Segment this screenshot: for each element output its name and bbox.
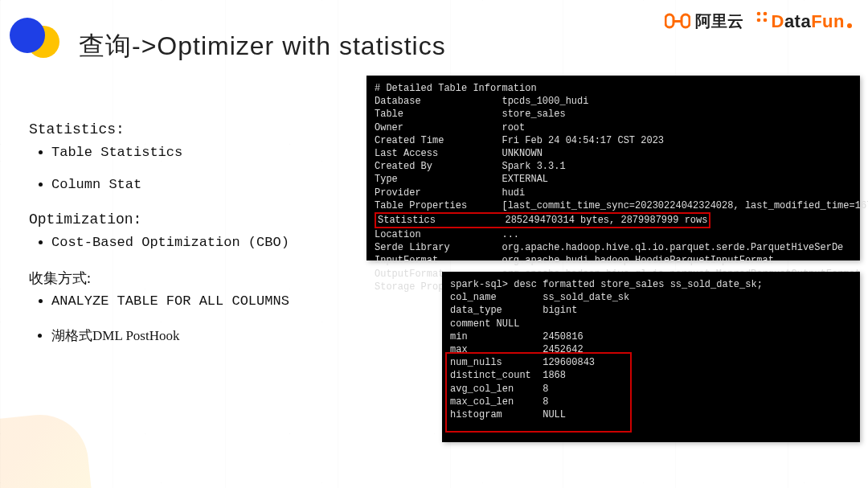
terminal-line: Provider hudi bbox=[375, 187, 852, 199]
svg-point-3 bbox=[757, 12, 761, 16]
datafun-ata: ata bbox=[784, 11, 811, 32]
terminal-line: data_type bigint bbox=[450, 304, 852, 317]
aliyun-logo: 阿里云 bbox=[665, 10, 743, 32]
opt-heading: Optimization: bbox=[29, 209, 350, 231]
datafun-d: D bbox=[771, 11, 784, 32]
terminal-line: Database tpcds_1000_hudi bbox=[375, 95, 852, 108]
terminal-line: distinct_count 1868 bbox=[450, 369, 852, 382]
terminal-line: Type EXTERNAL bbox=[375, 173, 852, 186]
datafun-fun: Fun bbox=[811, 11, 845, 32]
terminal-line: num_nulls 129600843 bbox=[450, 356, 852, 369]
terminal-line: avg_col_len 8 bbox=[450, 383, 852, 396]
terminal-bottom: spark-sql> desc formatted store_sales ss… bbox=[442, 272, 860, 442]
terminal-line: Table Properties [last_commit_time_sync=… bbox=[375, 199, 852, 212]
terminal-line: Table store_sales bbox=[375, 108, 852, 121]
svg-point-6 bbox=[764, 18, 768, 23]
list-item: Table Statistics bbox=[51, 142, 350, 163]
terminal-stats-line: Statistics 285249470314 bytes, 287998799… bbox=[375, 212, 852, 228]
opt-list: Cost-Based Optimization (CBO) bbox=[29, 232, 350, 253]
svg-rect-0 bbox=[665, 14, 674, 27]
page-title: 查询->Optimizer with statistics bbox=[79, 29, 446, 64]
list-item: Cost-Based Optimization (CBO) bbox=[51, 232, 350, 253]
datafun-dot-icon bbox=[847, 23, 852, 28]
stats-heading: Statistics: bbox=[29, 119, 350, 141]
stats-list: Table Statistics bbox=[29, 142, 350, 163]
stats-list-2: Column Stat bbox=[29, 174, 350, 195]
aliyun-icon bbox=[665, 12, 690, 30]
svg-rect-2 bbox=[674, 20, 681, 23]
terminal-line: max_col_len 8 bbox=[450, 396, 852, 408]
logo-circles bbox=[5, 11, 63, 59]
terminal-line: InputFormat org.apache.hudi.hadoop.Hoodi… bbox=[375, 254, 852, 267]
terminal-line: Serde Library org.apache.hadoop.hive.ql.… bbox=[375, 241, 852, 254]
terminal-line: Owner root bbox=[375, 121, 852, 134]
terminal-top: # Detailed Table Information Database tp… bbox=[366, 76, 860, 260]
svg-rect-1 bbox=[682, 14, 690, 27]
collect-list-2: 湖格式DML PostHook bbox=[29, 326, 350, 347]
terminal-line: histogram NULL bbox=[450, 408, 852, 421]
aliyun-text: 阿里云 bbox=[695, 10, 743, 32]
datafun-icon bbox=[755, 10, 769, 27]
datafun-logo: DataFun bbox=[755, 10, 852, 32]
terminal-line: col_name ss_sold_date_sk bbox=[450, 291, 852, 304]
list-item: ANALYZE TABLE FOR ALL COLUMNS bbox=[51, 291, 350, 312]
terminal-line: Created By Spark 3.3.1 bbox=[375, 160, 852, 173]
slide: 阿里云 DataFun 查询->Optimizer with statistic… bbox=[0, 0, 868, 488]
terminal-line: Location ... bbox=[375, 228, 852, 241]
terminal-prompt: spark-sql> desc formatted store_sales ss… bbox=[450, 278, 852, 291]
logo-circle-blue bbox=[10, 18, 45, 53]
collect-heading: 收集方式: bbox=[29, 268, 350, 289]
terminal-line: max 2452642 bbox=[450, 343, 852, 356]
terminal-line: comment NULL bbox=[450, 318, 852, 330]
list-item: Column Stat bbox=[51, 174, 350, 195]
content-panel: Statistics: Table Statistics Column Stat… bbox=[29, 119, 350, 348]
terminal-line: min 2450816 bbox=[450, 330, 852, 343]
svg-point-5 bbox=[757, 18, 761, 23]
terminal-line: # Detailed Table Information bbox=[375, 82, 852, 95]
brand-logos: 阿里云 DataFun bbox=[665, 10, 852, 32]
collect-list: ANALYZE TABLE FOR ALL COLUMNS bbox=[29, 291, 350, 312]
terminal-line: Last Access UNKNOWN bbox=[375, 147, 852, 160]
svg-point-4 bbox=[764, 12, 768, 16]
terminal-line: Created Time Fri Feb 24 04:54:17 CST 202… bbox=[375, 134, 852, 147]
list-item: 湖格式DML PostHook bbox=[51, 326, 350, 347]
